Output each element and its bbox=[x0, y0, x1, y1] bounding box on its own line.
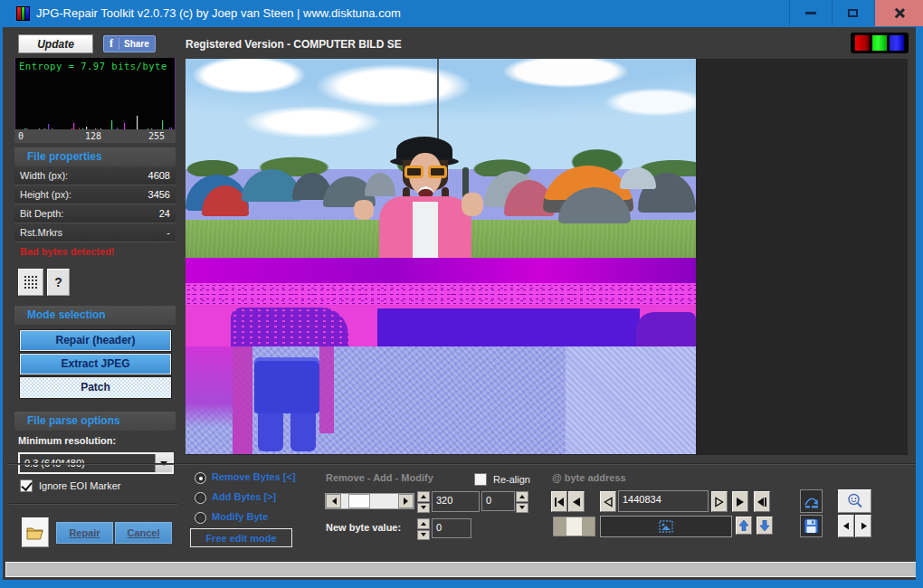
slider-thumb[interactable] bbox=[348, 494, 370, 508]
grid-icon bbox=[24, 275, 38, 289]
step-back-icon bbox=[603, 497, 614, 507]
close-button[interactable] bbox=[874, 0, 923, 26]
spinner-up-icon[interactable] bbox=[516, 491, 528, 502]
app-icon bbox=[16, 6, 30, 21]
extract-jpeg-button[interactable]: Extract JPEG bbox=[20, 354, 171, 375]
photo-person-shirt bbox=[413, 202, 438, 258]
step-back-button[interactable] bbox=[600, 491, 616, 512]
spinner-down-icon[interactable] bbox=[417, 503, 430, 514]
byte-pattern-field[interactable] bbox=[600, 516, 732, 537]
cancel-button[interactable]: Cancel bbox=[115, 522, 172, 544]
slider-track[interactable] bbox=[341, 494, 398, 508]
repair-button[interactable]: Repair bbox=[56, 522, 113, 544]
share-label: Share bbox=[124, 39, 149, 49]
spinner-up-icon[interactable] bbox=[417, 491, 430, 502]
patch-button[interactable]: Patch bbox=[20, 377, 171, 398]
new-byte-spinner[interactable] bbox=[417, 518, 430, 540]
free-edit-mode-button[interactable]: Free edit mode bbox=[190, 528, 292, 547]
update-button[interactable]: Update bbox=[18, 34, 93, 53]
photo-person-hand bbox=[354, 200, 374, 220]
goto-first-button[interactable] bbox=[551, 491, 567, 512]
folder-icon bbox=[26, 526, 44, 540]
help-button[interactable]: ? bbox=[47, 269, 70, 296]
progress-bar bbox=[5, 562, 917, 577]
app-window: JPG-Repair Toolkit v2.0.73 (c) by Joep v… bbox=[0, 0, 923, 588]
registered-version-text: Registered Version - COMPUTER BILD SE bbox=[186, 38, 402, 51]
prop-row-height: Height (px):3456 bbox=[14, 185, 176, 204]
minimize-button[interactable] bbox=[789, 0, 831, 26]
jump-to-offset-button[interactable] bbox=[800, 489, 823, 513]
glitch-strip bbox=[319, 346, 334, 433]
photo-person-leg bbox=[290, 413, 316, 451]
glitch-band-pink-noise bbox=[186, 283, 696, 305]
facebook-icon: f bbox=[104, 37, 119, 51]
entropy-text: Entropy = 7.97 bits/byte bbox=[19, 61, 167, 71]
photo-person-hand bbox=[462, 193, 483, 216]
save-button[interactable] bbox=[800, 515, 823, 537]
next-icon bbox=[735, 497, 746, 507]
spinner-down-icon[interactable] bbox=[516, 503, 528, 514]
magnifier-smiley-icon bbox=[846, 492, 864, 510]
modify-byte-radio[interactable] bbox=[195, 512, 206, 524]
glitch-blob bbox=[377, 308, 640, 346]
remove-bytes-radio[interactable] bbox=[195, 472, 206, 484]
offset-field[interactable]: 0 bbox=[481, 491, 515, 511]
preview-next-button[interactable] bbox=[855, 515, 871, 537]
realign-checkbox[interactable] bbox=[474, 473, 487, 486]
offset-spinner[interactable] bbox=[516, 491, 528, 513]
corrupted-image-preview[interactable] bbox=[186, 59, 696, 454]
bad-bytes-warning: Bad bytes detected! bbox=[20, 246, 115, 257]
preview-prev-button[interactable] bbox=[838, 515, 854, 537]
close-icon bbox=[893, 7, 905, 19]
byte-address-label: @ byte address bbox=[552, 472, 626, 483]
step-forward-button[interactable] bbox=[711, 491, 728, 512]
ignore-eoi-checkbox[interactable] bbox=[20, 479, 33, 492]
glitch-strip bbox=[233, 346, 252, 454]
byte-address-field[interactable]: 1440834 bbox=[618, 490, 709, 512]
file-parse-options-header: File parse options bbox=[14, 412, 176, 431]
bytes-count-spinner[interactable] bbox=[417, 491, 430, 513]
repair-header-button[interactable]: Repair (header) bbox=[20, 330, 171, 351]
preview-button[interactable] bbox=[838, 489, 871, 513]
prev-icon bbox=[571, 497, 582, 507]
photo-person-leg bbox=[258, 413, 283, 451]
histogram-scale: 0 128 255 bbox=[14, 129, 176, 143]
slider-right-arrow-icon[interactable] bbox=[398, 494, 414, 508]
file-properties-header: File properties bbox=[14, 147, 176, 166]
bytes-count-field[interactable]: 320 bbox=[432, 491, 480, 512]
title-bar: JPG-Repair Toolkit v2.0.73 (c) by Joep v… bbox=[0, 0, 923, 27]
byte-marker-button[interactable] bbox=[553, 517, 595, 536]
add-bytes-radio[interactable] bbox=[195, 492, 206, 504]
prop-row-rstmrkrs: Rst.Mrkrs- bbox=[14, 223, 176, 242]
spinner-up-icon[interactable] bbox=[417, 518, 430, 529]
rgb-channels-icon[interactable] bbox=[851, 33, 909, 53]
slider-left-arrow-icon[interactable] bbox=[326, 494, 341, 508]
byte-count-slider[interactable] bbox=[325, 493, 414, 509]
last-icon bbox=[756, 497, 767, 507]
window-title: JPG-Repair Toolkit v2.0.73 (c) by Joep v… bbox=[36, 6, 401, 20]
open-file-button[interactable] bbox=[22, 517, 49, 547]
maximize-icon bbox=[848, 9, 858, 17]
grid-button[interactable] bbox=[18, 269, 43, 296]
minimize-icon bbox=[805, 12, 816, 14]
maximize-button[interactable] bbox=[832, 0, 873, 26]
facebook-share-button[interactable]: f Share bbox=[103, 35, 156, 52]
new-byte-value-field[interactable]: 0 bbox=[432, 518, 471, 538]
spinner-down-icon[interactable] bbox=[417, 530, 430, 541]
realign-label: Re-align bbox=[493, 474, 530, 485]
ignore-eoi-label: Ignore EOI Marker bbox=[39, 480, 120, 491]
small-left-arrow-icon bbox=[842, 522, 851, 530]
image-preview-panel bbox=[186, 59, 908, 455]
glitch-blob bbox=[636, 312, 696, 346]
big-step-back-button[interactable] bbox=[568, 491, 585, 512]
add-bytes-label[interactable]: Add Bytes [>] bbox=[212, 491, 276, 502]
goto-last-button[interactable] bbox=[754, 491, 770, 512]
glitch-band-magenta bbox=[186, 258, 696, 283]
remove-bytes-label[interactable]: Remove Bytes [<] bbox=[212, 471, 296, 482]
picture-icon bbox=[659, 520, 673, 533]
mode-selection-header: Mode selection bbox=[14, 306, 176, 325]
modify-byte-label[interactable]: Modify Byte bbox=[212, 511, 268, 522]
big-step-forward-button[interactable] bbox=[732, 491, 748, 512]
move-down-button[interactable] bbox=[756, 517, 773, 535]
move-up-button[interactable] bbox=[736, 517, 752, 535]
